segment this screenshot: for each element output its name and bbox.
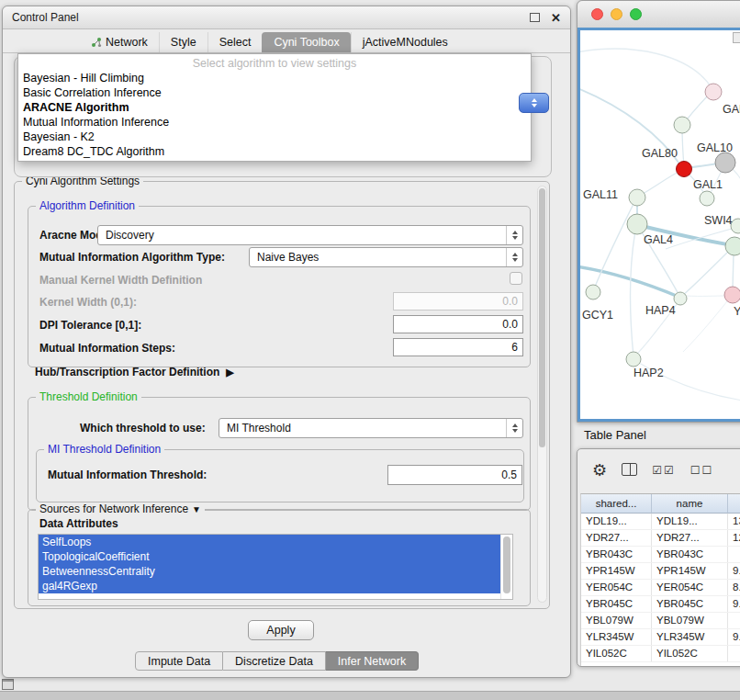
table-row[interactable]: YPR145WYPR145W9. bbox=[581, 563, 740, 580]
close-traffic-light-icon[interactable] bbox=[591, 8, 603, 20]
mi-type-value: Naive Bayes bbox=[250, 251, 506, 264]
attribute-list-item[interactable]: SelfLoops bbox=[39, 535, 500, 549]
mi-steps-value: 6 bbox=[511, 341, 518, 354]
bottom-tab-impute-data[interactable]: Impute Data bbox=[135, 651, 223, 671]
table-cell: YDL19... bbox=[581, 514, 652, 529]
table-row[interactable]: YLR345WYLR345W9. bbox=[581, 629, 740, 646]
bottom-tab-discretize-data[interactable]: Discretize Data bbox=[223, 651, 326, 671]
table-cell: YBR043C bbox=[652, 547, 728, 562]
dpi-tolerance-field[interactable]: 0.0 bbox=[393, 315, 523, 333]
node-table: shared...name YDL19...YDL19...13YDR27...… bbox=[580, 493, 740, 666]
list-scrollbar[interactable] bbox=[500, 535, 512, 599]
hub-definition-expander[interactable]: Hub/Transcription Factor Definition ▶ bbox=[35, 366, 234, 378]
network-node[interactable] bbox=[674, 117, 690, 133]
network-node[interactable] bbox=[627, 214, 647, 234]
tab-label: jActiveMNodules bbox=[363, 32, 448, 52]
view-corner-button[interactable] bbox=[733, 32, 740, 43]
mi-threshold-label: Mutual Information Threshold: bbox=[48, 469, 207, 481]
minimize-traffic-light-icon[interactable] bbox=[611, 8, 622, 20]
dropdown-item[interactable]: Bayesian - Hill Climbing bbox=[18, 71, 531, 85]
apply-button[interactable]: Apply bbox=[248, 620, 314, 640]
tab-bar: NetworkStyleSelectCyni ToolboxjActiveMNo… bbox=[3, 30, 570, 53]
table-row[interactable]: YBR045CYBR045C9. bbox=[581, 596, 740, 613]
attribute-list-item[interactable]: TopologicalCoefficient bbox=[39, 549, 500, 564]
tab-jactivemnodules[interactable]: jActiveMNodules bbox=[351, 32, 459, 52]
dpi-tolerance-label: DPI Tolerance [0,1]: bbox=[39, 319, 141, 332]
manual-kernel-label: Manual Kernel Width Definition bbox=[39, 274, 202, 287]
network-node[interactable] bbox=[700, 191, 714, 206]
mi-threshold-group: MI Threshold Definition Mutual Informati… bbox=[36, 449, 524, 502]
aracne-mode-select[interactable]: Discovery bbox=[97, 225, 523, 245]
mi-type-select[interactable]: Naive Bayes bbox=[249, 247, 523, 267]
gear-icon[interactable]: ⚙ bbox=[592, 462, 607, 479]
table-column-header[interactable] bbox=[728, 494, 740, 514]
zoom-traffic-light-icon[interactable] bbox=[630, 8, 642, 20]
mi-threshold-group-title: MI Threshold Definition bbox=[44, 443, 164, 456]
table-cell: 9. bbox=[728, 629, 740, 645]
table-row[interactable]: YBL079WYBL079W bbox=[581, 613, 740, 629]
dropdown-item[interactable]: Basic Correlation Inference bbox=[18, 85, 531, 100]
sources-group-title[interactable]: Sources for Network Inference▼ bbox=[36, 502, 205, 515]
network-node[interactable] bbox=[724, 287, 740, 303]
network-node[interactable] bbox=[677, 162, 692, 177]
dropdown-items: Bayesian - Hill ClimbingBasic Correlatio… bbox=[18, 71, 531, 159]
table-panel-window: ⚙ ☑☑ ☐☐ shared...name YDL19...YDL19...13… bbox=[577, 448, 740, 667]
tab-select[interactable]: Select bbox=[207, 32, 263, 52]
network-node[interactable] bbox=[586, 285, 600, 299]
dropdown-item[interactable]: Dream8 DC_TDC Algorithm bbox=[18, 144, 531, 159]
tab-cyni-toolbox[interactable]: Cyni Toolbox bbox=[262, 32, 350, 52]
combo-arrows-icon bbox=[506, 248, 522, 266]
tab-style[interactable]: Style bbox=[159, 32, 207, 52]
checked-boxes-icon[interactable]: ☑☑ bbox=[652, 465, 676, 476]
algorithm-definition-group: Algorithm Definition Aracne Mode: Discov… bbox=[28, 206, 531, 367]
window-title: Control Panel bbox=[12, 11, 79, 24]
desktop: Control Panel ✕ NetworkStyleSelectCyni T… bbox=[0, 0, 740, 700]
list-scrollbar-thumb[interactable] bbox=[503, 536, 510, 593]
table-cell: YBL079W bbox=[581, 613, 652, 628]
table-row[interactable]: YIL052CYIL052C bbox=[581, 646, 740, 662]
network-node[interactable] bbox=[705, 84, 722, 100]
close-icon[interactable]: ✕ bbox=[551, 12, 561, 24]
table-row[interactable]: YDR27...YDR27...12 bbox=[581, 530, 740, 547]
which-threshold-select[interactable]: MI Threshold bbox=[219, 418, 523, 438]
tab-network[interactable]: Network bbox=[80, 32, 159, 52]
network-canvas[interactable]: GALGAL80GAL10GAL11GAL1SWI4GAL4GCY1HAP4YH… bbox=[577, 28, 740, 422]
table-row[interactable]: YER054CYER054C8. bbox=[581, 580, 740, 596]
scrollbar-thumb[interactable] bbox=[539, 188, 545, 447]
network-node[interactable] bbox=[629, 189, 645, 206]
dropdown-placeholder: Select algorithm to view settings bbox=[18, 56, 531, 71]
attribute-list-item[interactable]: BetweennessCentrality bbox=[39, 564, 500, 579]
kernel-width-field[interactable]: 0.0 bbox=[393, 292, 523, 310]
algorithm-combo-stepper[interactable] bbox=[519, 93, 549, 113]
network-node[interactable] bbox=[715, 152, 735, 173]
table-row[interactable]: YBR043CYBR043C bbox=[581, 547, 740, 563]
mi-type-label: Mutual Information Algorithm Type: bbox=[39, 251, 225, 264]
table-row[interactable]: YDL19...YDL19...13 bbox=[581, 514, 740, 530]
unchecked-boxes-icon[interactable]: ☐☐ bbox=[690, 465, 714, 476]
settings-scrollbar[interactable] bbox=[537, 186, 547, 603]
columns-icon[interactable] bbox=[622, 463, 637, 479]
manual-kernel-checkbox[interactable] bbox=[510, 272, 522, 285]
dropdown-item[interactable]: ARACNE Algorithm bbox=[18, 100, 531, 115]
table-column-header[interactable]: name bbox=[652, 494, 728, 514]
network-node[interactable] bbox=[626, 352, 641, 367]
mi-steps-field[interactable]: 6 bbox=[393, 338, 523, 356]
expand-down-icon: ▼ bbox=[192, 504, 201, 514]
data-attributes-list[interactable]: SelfLoopsTopologicalCoefficientBetweenne… bbox=[38, 534, 513, 600]
dropdown-item[interactable]: Bayesian - K2 bbox=[18, 130, 531, 144]
bottom-tab-infer-network[interactable]: Infer Network bbox=[326, 651, 419, 671]
table-cell bbox=[728, 613, 740, 628]
node-label: GAL bbox=[723, 103, 740, 116]
bottom-tab-bar: Impute DataDiscretize DataInfer Network bbox=[135, 651, 419, 671]
float-window-icon[interactable] bbox=[530, 13, 540, 22]
network-node[interactable] bbox=[674, 292, 687, 305]
table-column-header[interactable]: shared... bbox=[581, 494, 652, 514]
mi-threshold-field[interactable]: 0.5 bbox=[387, 465, 522, 485]
attribute-list-item[interactable]: gal4RGexp bbox=[39, 579, 500, 593]
dropdown-item[interactable]: Mutual Information Inference bbox=[18, 115, 531, 130]
network-node[interactable] bbox=[725, 237, 740, 255]
minimized-window-icon[interactable] bbox=[2, 679, 14, 690]
stepper-down-icon bbox=[532, 104, 537, 110]
sources-group: Sources for Network Inference▼ Data Attr… bbox=[28, 509, 531, 606]
cyni-settings-group: Cyni Algorithm Settings Algorithm Defini… bbox=[14, 181, 550, 609]
